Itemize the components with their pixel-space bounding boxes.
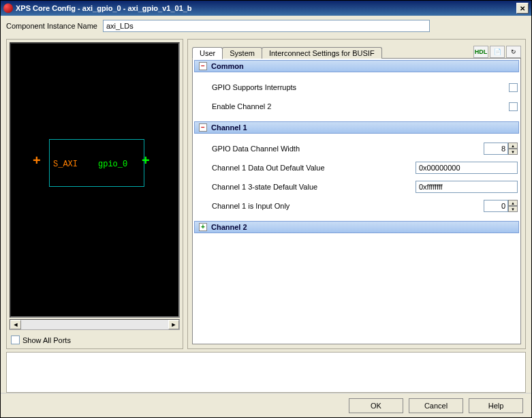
- datasheet-button[interactable]: 📄: [490, 46, 505, 58]
- scroll-right-button[interactable]: ►: [168, 320, 179, 329]
- instance-name-label: Component Instance Name: [6, 22, 97, 30]
- ch1-tri-input[interactable]: [416, 181, 518, 193]
- section-ch1-title: Channel 1: [211, 123, 247, 132]
- section-common-body: GPIO Supports Interrupts Enable Channel …: [193, 74, 520, 120]
- log-panel[interactable]: [6, 352, 526, 393]
- gpio-width-label: GPIO Data Channel Width: [212, 145, 395, 153]
- collapse-icon: −: [199, 123, 207, 132]
- gpio-width-spinner[interactable]: ▲ ▼: [484, 143, 518, 155]
- expand-icon: +: [199, 223, 207, 231]
- help-button[interactable]: Help: [469, 398, 523, 413]
- scroll-left-button[interactable]: ◄: [10, 320, 21, 329]
- spinner-up-button[interactable]: ▲: [508, 143, 518, 149]
- preview-scrollbar[interactable]: ◄ ►: [10, 319, 180, 330]
- tab-strip: User System Interconnect Settings for BU…: [192, 44, 521, 59]
- block-preview-panel: + + S_AXI gpio_0 ◄ ► Show All Ports: [6, 39, 183, 349]
- button-bar: OK Cancel Help: [1, 393, 531, 417]
- spinner-down-button[interactable]: ▼: [508, 206, 518, 212]
- instance-name-input[interactable]: [103, 20, 430, 32]
- close-button[interactable]: ✕: [516, 3, 529, 14]
- ch1-input-only-input[interactable]: [484, 200, 508, 212]
- ch1-dout-input[interactable]: [416, 162, 518, 174]
- tab-system[interactable]: System: [222, 47, 262, 59]
- window-title: XPS Core Config - axi_gpio_0 - axi_gpio_…: [16, 4, 192, 12]
- section-ch2-title: Channel 2: [211, 223, 247, 231]
- show-all-ports-label: Show All Ports: [22, 336, 71, 344]
- tab-user[interactable]: User: [192, 47, 223, 59]
- supports-interrupts-label: GPIO Supports Interrupts: [212, 83, 395, 91]
- title-bar: XPS Core Config - axi_gpio_0 - axi_gpio_…: [1, 1, 531, 16]
- refresh-button[interactable]: ↻: [506, 46, 521, 58]
- enable-ch2-label: Enable Channel 2: [212, 102, 395, 110]
- ch1-input-only-spinner[interactable]: ▲ ▼: [484, 200, 518, 212]
- spinner-up-button[interactable]: ▲: [508, 200, 518, 206]
- cancel-button[interactable]: Cancel: [409, 398, 463, 413]
- instance-name-row: Component Instance Name: [1, 16, 531, 36]
- section-common-title: Common: [211, 62, 244, 70]
- section-ch1-body: GPIO Data Channel Width ▲ ▼: [193, 135, 520, 220]
- block-diagram-view[interactable]: + + S_AXI gpio_0: [10, 42, 180, 318]
- left-port-label: S_AXI: [53, 160, 78, 169]
- ch1-input-only-label: Channel 1 is Input Only: [212, 202, 395, 210]
- left-port-icon: +: [33, 153, 41, 168]
- section-ch2-header[interactable]: + Channel 2: [194, 221, 519, 233]
- collapse-icon: −: [199, 62, 207, 70]
- gpio-width-input[interactable]: [484, 143, 508, 155]
- ch1-tri-label: Channel 1 3-state Default Value: [212, 183, 395, 191]
- right-port-label: gpio_0: [98, 160, 127, 169]
- show-all-ports-row: Show All Ports: [10, 334, 180, 346]
- main-area: + + S_AXI gpio_0 ◄ ► Show All Ports User…: [1, 36, 531, 349]
- app-icon: [3, 3, 13, 13]
- enable-ch2-checkbox[interactable]: [509, 102, 518, 111]
- tab-interconnect[interactable]: Interconnect Settings for BUSIF: [262, 47, 382, 59]
- right-port-icon: +: [142, 153, 150, 168]
- show-all-ports-checkbox[interactable]: [11, 335, 20, 344]
- section-ch1-header[interactable]: − Channel 1: [194, 121, 519, 134]
- ok-button[interactable]: OK: [349, 398, 403, 413]
- config-panel: User System Interconnect Settings for BU…: [187, 39, 526, 349]
- section-common-header[interactable]: − Common: [194, 60, 519, 72]
- hdl-button[interactable]: HDL: [473, 46, 488, 58]
- scroll-track[interactable]: [21, 320, 168, 329]
- ch1-dout-label: Channel 1 Data Out Default Value: [212, 164, 395, 172]
- supports-interrupts-checkbox[interactable]: [509, 83, 518, 92]
- tab-content: − Common GPIO Supports Interrupts Enable…: [192, 59, 521, 344]
- spinner-down-button[interactable]: ▼: [508, 149, 518, 155]
- main-window: XPS Core Config - axi_gpio_0 - axi_gpio_…: [0, 0, 532, 418]
